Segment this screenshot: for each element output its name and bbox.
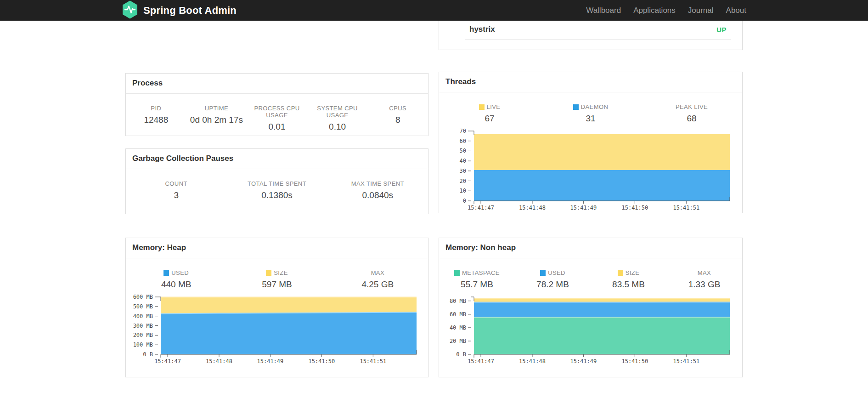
nav-link-journal[interactable]: Journal: [688, 6, 714, 15]
legend-swatch-icon: [479, 104, 485, 110]
svg-text:0 B: 0 B: [456, 351, 466, 358]
svg-text:15:41:49: 15:41:49: [570, 358, 597, 364]
stat-label: SIZE: [591, 269, 666, 276]
stat: MAX1.33 GB: [666, 269, 742, 290]
application-row[interactable]: hystrix UP: [465, 21, 731, 40]
gc-panel-title: Garbage Collection Pauses: [126, 149, 428, 169]
memory-nonheap-panel: Memory: Non heap METASPACE55.7 MBUSED78.…: [439, 238, 743, 377]
svg-text:300 MB: 300 MB: [133, 323, 153, 329]
application-name[interactable]: hystrix: [469, 25, 495, 34]
nonheap-panel-title: Memory: Non heap: [439, 238, 742, 258]
stat-label: MAX: [666, 269, 742, 276]
stat-label: UPTIME: [186, 105, 247, 112]
svg-text:50: 50: [460, 148, 466, 154]
svg-text:40 MB: 40 MB: [450, 325, 466, 331]
svg-text:15:41:47: 15:41:47: [468, 358, 494, 364]
svg-text:15:41:48: 15:41:48: [519, 205, 546, 211]
threads-panel: Threads LIVE67DAEMON31PEAK LIVE68 010203…: [439, 72, 743, 213]
svg-text:15:41:49: 15:41:49: [570, 205, 597, 211]
svg-text:15:41:50: 15:41:50: [621, 205, 648, 211]
applications-panel: hystrix UP: [439, 21, 743, 50]
svg-text:0: 0: [463, 198, 466, 204]
svg-text:30: 30: [460, 168, 466, 174]
heap-stats: USED440 MBSIZE597 MBMAX4.25 GB: [126, 258, 428, 290]
stat: LIVE67: [439, 103, 540, 124]
svg-text:15:41:47: 15:41:47: [468, 205, 494, 211]
navbar: Spring Boot Admin WallboardApplicationsJ…: [0, 0, 868, 21]
stat-value: 68: [641, 114, 742, 124]
legend-swatch-icon: [454, 270, 460, 276]
stat-label: LIVE: [439, 103, 540, 110]
svg-text:20: 20: [460, 178, 466, 184]
stat-value: 0.0840s: [327, 190, 428, 200]
main-content: Process PID12488UPTIME0d 0h 2m 17sPROCES…: [125, 21, 743, 377]
screen: Spring Boot Admin WallboardApplicationsJ…: [0, 0, 868, 410]
stat: PID12488: [126, 105, 186, 132]
svg-text:70: 70: [460, 128, 466, 134]
process-panel-title: Process: [126, 74, 428, 94]
svg-text:15:41:51: 15:41:51: [673, 205, 699, 211]
left-column: Process PID12488UPTIME0d 0h 2m 17sPROCES…: [125, 21, 428, 377]
stat-label: PEAK LIVE: [641, 103, 742, 110]
svg-text:15:41:48: 15:41:48: [206, 358, 232, 364]
nav-link-wallboard[interactable]: Wallboard: [586, 6, 621, 15]
stat: COUNT3: [126, 180, 226, 200]
stat-value: 83.5 MB: [591, 279, 666, 290]
svg-text:80 MB: 80 MB: [450, 298, 466, 304]
stat-label: COUNT: [126, 180, 226, 187]
gc-pauses-panel: Garbage Collection Pauses COUNT3TOTAL TI…: [125, 148, 428, 214]
stat-label: PROCESS CPU USAGE: [247, 105, 307, 119]
svg-text:100 MB: 100 MB: [133, 342, 153, 348]
stat-label: DAEMON: [540, 103, 641, 110]
legend-swatch-icon: [163, 270, 169, 276]
stat: USED78.2 MB: [515, 269, 591, 290]
stat: PROCESS CPU USAGE0.01: [247, 105, 307, 132]
brand[interactable]: Spring Boot Admin: [122, 0, 237, 21]
svg-text:15:41:51: 15:41:51: [673, 358, 699, 364]
stat-value: 0d 0h 2m 17s: [186, 115, 247, 125]
stat-value: 31: [540, 114, 641, 124]
legend-swatch-icon: [266, 270, 271, 276]
legend-swatch-icon: [618, 270, 623, 276]
svg-text:15:41:47: 15:41:47: [154, 358, 181, 364]
svg-text:20 MB: 20 MB: [450, 338, 466, 344]
svg-text:15:41:49: 15:41:49: [257, 358, 283, 364]
svg-text:10: 10: [460, 188, 466, 194]
nonheap-stats: METASPACE55.7 MBUSED78.2 MBSIZE83.5 MBMA…: [439, 258, 742, 290]
nonheap-chart: 0 B20 MB40 MB60 MB80 MB15:41:4715:41:481…: [443, 294, 735, 366]
stat-label: SIZE: [226, 269, 327, 276]
threads-chart: 01020304050607015:41:4715:41:4815:41:491…: [443, 128, 735, 213]
stat-label: SYSTEM CPU USAGE: [307, 105, 368, 119]
nav-links: WallboardApplicationsJournalAbout: [586, 6, 746, 15]
heap-chart: 0 B100 MB200 MB300 MB400 MB500 MB600 MB1…: [130, 294, 422, 366]
legend-swatch-icon: [573, 104, 579, 110]
stat: SIZE597 MB: [226, 269, 327, 290]
svg-text:40: 40: [460, 158, 466, 164]
stat-label: TOTAL TIME SPENT: [226, 180, 327, 187]
nav-link-about[interactable]: About: [726, 6, 746, 15]
stat: SIZE83.5 MB: [591, 269, 666, 290]
right-column: hystrix UP Threads LIVE67DAEMON31PEAK LI…: [439, 21, 743, 377]
nav-link-applications[interactable]: Applications: [633, 6, 676, 15]
svg-text:400 MB: 400 MB: [133, 313, 153, 319]
stat-label: MAX: [327, 269, 428, 276]
legend-swatch-icon: [540, 270, 546, 276]
svg-text:200 MB: 200 MB: [133, 332, 153, 338]
stat-value: 12488: [126, 115, 186, 125]
gc-stats: COUNT3TOTAL TIME SPENT0.1380sMAX TIME SP…: [126, 169, 428, 200]
process-stats: PID12488UPTIME0d 0h 2m 17sPROCESS CPU US…: [126, 94, 428, 132]
svg-text:500 MB: 500 MB: [133, 303, 153, 310]
stat-value: 78.2 MB: [515, 279, 591, 290]
stat-value: 440 MB: [126, 279, 226, 290]
svg-text:15:41:50: 15:41:50: [308, 358, 335, 364]
stat-value: 0.1380s: [226, 190, 327, 200]
stat: USED440 MB: [126, 269, 226, 290]
stat: DAEMON31: [540, 103, 641, 124]
stat: SYSTEM CPU USAGE0.10: [307, 105, 368, 132]
svg-text:60: 60: [460, 138, 466, 144]
stat-value: 67: [439, 114, 540, 124]
svg-text:0 B: 0 B: [143, 351, 153, 358]
stat-label: USED: [126, 269, 226, 276]
stat: METASPACE55.7 MB: [439, 269, 515, 290]
svg-text:600 MB: 600 MB: [133, 294, 153, 300]
